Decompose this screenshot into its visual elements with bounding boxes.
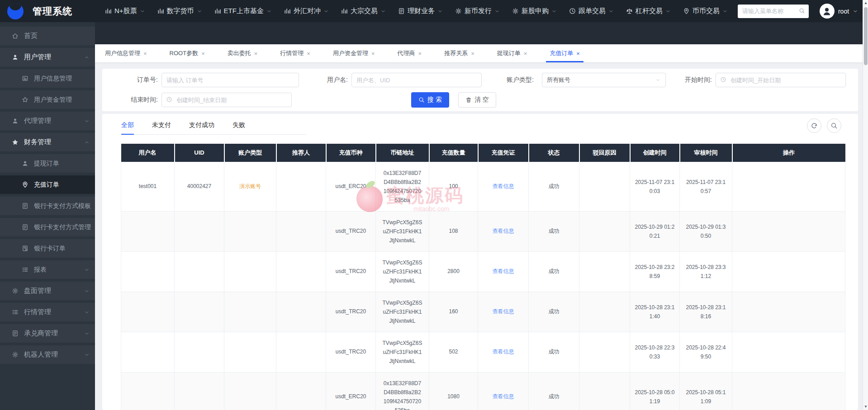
nav-menu-6[interactable]: 理财业务: [398, 7, 443, 15]
sidebar-item-行情管理[interactable]: 行情管理: [0, 303, 95, 321]
refresh-button[interactable]: [807, 118, 821, 133]
cell-audited_at: 2025-10-28 23:31:12: [680, 251, 732, 292]
close-tab-icon[interactable]: ×: [371, 50, 375, 57]
close-tab-icon[interactable]: ×: [524, 50, 527, 57]
column-header-充值数量: 充值数量: [429, 144, 478, 162]
sidebar-item-用户管理[interactable]: 用户管理: [0, 48, 95, 66]
view-info-link[interactable]: 查看信息: [493, 393, 514, 400]
account-type-select[interactable]: 所有账号: [542, 73, 666, 87]
status-tab-失败[interactable]: 失败: [232, 119, 245, 134]
status-tab-支付成功[interactable]: 支付成功: [189, 119, 214, 134]
scrollbar-thumb[interactable]: [864, 7, 868, 65]
chevron-down-icon: [140, 9, 145, 14]
tab-用户资金管理[interactable]: 用户资金管理×: [327, 44, 381, 62]
cell-created_at: 2025-10-28 05:01:19: [630, 372, 680, 410]
view-info-link[interactable]: 查看信息: [493, 228, 514, 234]
cell-audited_at: 2025-10-28 05:11:09: [680, 372, 732, 410]
view-info-link[interactable]: 查看信息: [493, 349, 514, 355]
nav-menu-1[interactable]: N+股票: [105, 7, 145, 15]
tab-推荐关系[interactable]: 推荐关系×: [438, 44, 481, 62]
nav-menu-8[interactable]: 新股申购: [512, 7, 557, 15]
close-tab-icon[interactable]: ×: [576, 50, 580, 57]
username-input[interactable]: [351, 73, 482, 87]
sidebar-item-用户资金管理[interactable]: 用户资金管理: [0, 90, 95, 109]
cell-account_type: [224, 211, 276, 251]
tab-提现订单[interactable]: 提现订单×: [491, 44, 534, 62]
nav-menu-4[interactable]: 外汇对冲: [284, 7, 329, 15]
sidebar-item-label: 充值订单: [34, 181, 59, 189]
column-header-UID: UID: [175, 144, 224, 162]
close-tab-icon[interactable]: ×: [201, 50, 205, 57]
sidebar-item-用户信息管理[interactable]: 用户信息管理: [0, 69, 95, 88]
scroll-down-icon[interactable]: ▼: [863, 404, 868, 410]
end-time-input[interactable]: [161, 93, 292, 107]
sidebar-item-代理管理[interactable]: 代理管理: [0, 112, 95, 130]
sidebar-item-机器人管理[interactable]: 机器人管理: [0, 345, 95, 364]
nav-menu-9[interactable]: 跟单交易: [569, 7, 614, 15]
sidebar-item-label: 行情管理: [24, 308, 51, 316]
zoom-button[interactable]: [827, 118, 841, 133]
cell-action: [732, 162, 845, 211]
sidebar-item-银行卡订单[interactable]: 银行卡订单: [0, 239, 95, 258]
scroll-up-icon[interactable]: ▲: [863, 0, 868, 6]
start-time-input[interactable]: [716, 73, 846, 87]
cell-voucher: 查看信息: [478, 332, 529, 372]
vertical-scrollbar[interactable]: ▲ ▼: [863, 0, 868, 410]
status-tab-未支付[interactable]: 未支付: [152, 119, 171, 134]
nav-menu-3[interactable]: ETF上市基金: [214, 7, 272, 15]
cell-audited_at: 2025-10-29 01:30:50: [680, 211, 732, 251]
sidebar-item-财务管理[interactable]: 财务管理: [0, 133, 95, 151]
close-tab-icon[interactable]: ×: [143, 50, 147, 57]
nav-menu-label: 杠杆交易: [636, 7, 663, 15]
user-menu[interactable]: root: [820, 4, 858, 19]
menu-search-input[interactable]: [738, 5, 809, 18]
close-tab-icon[interactable]: ×: [471, 50, 474, 57]
clear-button[interactable]: 清 空: [458, 92, 496, 108]
sidebar-item-充值订单[interactable]: 充值订单: [0, 175, 95, 194]
nav-menu-7[interactable]: 新币发行: [455, 7, 500, 15]
table-row: usdt_TRC20TVwpPcX5gZ6SuZHFc31FkHK1JtjNxn…: [121, 211, 845, 251]
cell-voucher: 查看信息: [478, 211, 529, 251]
sidebar-item-label: 报表: [34, 266, 47, 274]
order-no-input[interactable]: [161, 73, 299, 87]
nav-menu-label: 大宗交易: [351, 7, 378, 15]
sidebar-item-承兑商管理[interactable]: 承兑商管理: [0, 324, 95, 343]
cell-created_at: 2025-10-28 23:11:40: [630, 292, 680, 332]
view-info-link[interactable]: 查看信息: [493, 183, 514, 189]
nav-menu-label: 外汇对冲: [294, 7, 321, 15]
tab-用户信息管理[interactable]: 用户信息管理×: [99, 44, 153, 62]
tab-ROOT参数[interactable]: ROOT参数×: [163, 44, 211, 62]
user-icon: [22, 160, 28, 167]
sidebar-item-银行卡支付方式模板[interactable]: 银行卡支付方式模板: [0, 197, 95, 215]
sidebar-item-首页[interactable]: 首页: [0, 27, 95, 45]
view-info-link[interactable]: 查看信息: [493, 308, 514, 315]
avatar: [820, 4, 835, 19]
cell-voucher: 查看信息: [478, 372, 529, 410]
tab-卖出委托[interactable]: 卖出委托×: [221, 44, 264, 62]
cell-account_type: [224, 372, 276, 410]
search-button[interactable]: 搜 索: [411, 92, 449, 108]
nav-menu-label: 跟单交易: [579, 7, 606, 15]
chevron-up-icon: [84, 55, 90, 60]
status-tab-全部[interactable]: 全部: [121, 119, 134, 135]
close-tab-icon[interactable]: ×: [418, 50, 422, 57]
sidebar-item-银行卡支付方式管理[interactable]: 银行卡支付方式管理: [0, 218, 95, 236]
nav-menu-5[interactable]: 大宗交易: [341, 7, 386, 15]
sidebar-item-提现订单[interactable]: 提现订单: [0, 154, 95, 173]
view-info-link[interactable]: 查看信息: [493, 268, 514, 274]
tab-行情管理[interactable]: 行情管理×: [274, 44, 317, 62]
account-type-label: 账户类型:: [500, 76, 534, 84]
nav-menu-11[interactable]: 币币交易: [683, 7, 728, 15]
tab-代理商[interactable]: 代理商×: [391, 44, 428, 62]
close-tab-icon[interactable]: ×: [254, 50, 258, 57]
tab-label: 用户信息管理: [105, 49, 140, 57]
tab-label: 行情管理: [280, 49, 304, 57]
cell-address: TVwpPcX5gZ6SuZHFc31FkHK1JtjNxntwkL: [376, 292, 429, 332]
tab-充值订单[interactable]: 充值订单×: [543, 44, 586, 62]
sidebar-item-盘面管理[interactable]: 盘面管理: [0, 282, 95, 300]
nav-menu-2[interactable]: 数字货币: [157, 7, 202, 15]
close-tab-icon[interactable]: ×: [307, 50, 310, 57]
sidebar-item-报表[interactable]: 报表: [0, 260, 95, 279]
cell-amount: 108: [429, 211, 478, 251]
nav-menu-10[interactable]: 杠杆交易: [626, 7, 671, 15]
